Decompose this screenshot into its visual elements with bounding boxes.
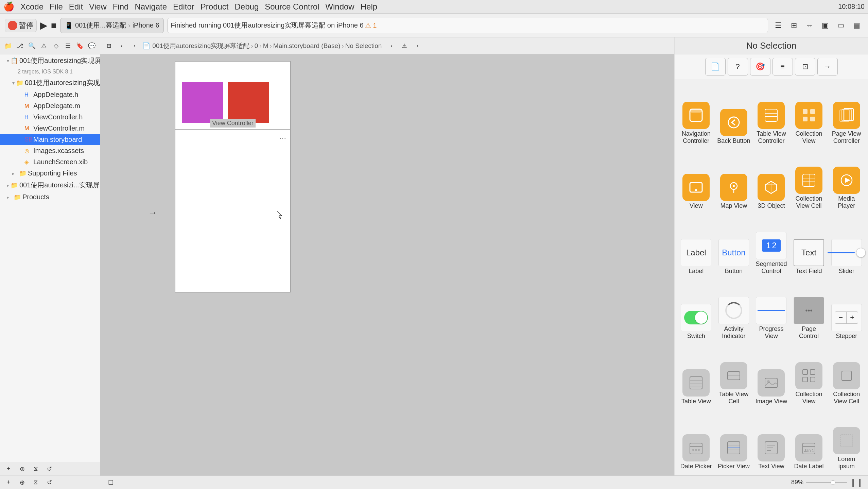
view-controller-main[interactable]: ⋯	[175, 129, 291, 292]
filter2-button[interactable]: ⊕	[16, 477, 28, 488]
hierarchy2-button[interactable]: ↺	[44, 477, 55, 488]
navigator-toggle[interactable]: ▣	[818, 19, 832, 32]
file-launchscreen-xib[interactable]: ▸ ◈ LaunchScreen.xib	[0, 156, 100, 168]
editor-standard-button[interactable]: ☰	[771, 19, 785, 32]
debug-toggle[interactable]: ▭	[834, 19, 848, 32]
obj-back-button[interactable]: Back Button	[716, 83, 752, 147]
hierarchy-button[interactable]: ↺	[44, 463, 55, 475]
zoom-slider[interactable]	[806, 482, 847, 483]
project-root[interactable]: ▾ 📋 001使用autoresizing实现屏幕适配	[0, 54, 100, 67]
file-main-storyboard[interactable]: ▸ SB Main.storyboard	[0, 134, 100, 145]
obj-collection-view-cell[interactable]: Collection View Cell	[828, 343, 865, 407]
red-view[interactable]	[228, 82, 269, 123]
canvas-toggle[interactable]: ☐	[105, 477, 117, 488]
breadcrumb-forward[interactable]: ›	[129, 41, 140, 51]
breadcrumb-nav-forward[interactable]: ›	[412, 41, 422, 51]
inspector-toggle[interactable]: ▤	[850, 19, 863, 32]
filter-button[interactable]: ⊕	[16, 463, 28, 475]
recent2-button[interactable]: ⧖	[30, 477, 41, 488]
test-icon[interactable]: ◇	[51, 40, 61, 52]
menu-source-control[interactable]: Source Control	[265, 2, 319, 12]
add-button[interactable]: +	[3, 477, 14, 488]
group-products[interactable]: ▸ 📁 Products	[0, 191, 100, 203]
menu-editor[interactable]: Editor	[173, 2, 194, 12]
quick-help-tab[interactable]: ?	[728, 58, 748, 75]
play-button[interactable]: ▶	[40, 20, 48, 31]
obj-date-label[interactable]: Jan 1 Date Label	[791, 408, 827, 472]
obj-text-field[interactable]: Text Text Field	[791, 213, 827, 277]
obj-tableview-controller[interactable]: Table View Controller	[753, 83, 789, 147]
obj-page-view-controller[interactable]: Page View Controller	[828, 83, 865, 147]
obj-collection-view[interactable]: Collection View	[791, 83, 827, 147]
breadcrumb-m[interactable]: M	[263, 42, 268, 50]
debug-icon[interactable]: ☰	[63, 40, 73, 52]
file-appdelegate-m[interactable]: ▸ M AppDelegate.m	[0, 100, 100, 112]
group-supporting-files[interactable]: ▸ 📁 Supporting Files	[0, 168, 100, 179]
pause-btn[interactable]: ❙❙	[850, 478, 863, 487]
stop-button[interactable]: 暂停	[5, 19, 37, 32]
attributes-inspector-tab[interactable]: ≡	[772, 58, 793, 75]
file-viewcontroller-h[interactable]: ▸ H ViewController.h	[0, 112, 100, 123]
breadcrumb-warning-icon[interactable]: ⚠	[399, 41, 410, 51]
purple-view[interactable]	[182, 82, 223, 123]
menu-product[interactable]: Product	[201, 2, 229, 12]
menu-file[interactable]: File	[50, 2, 63, 12]
breakpoint-icon[interactable]: 🔖	[75, 40, 85, 52]
file-images-xcassets[interactable]: ▸ ◎ Images.xcassets	[0, 145, 100, 156]
breadcrumb-storyboard-base[interactable]: Main.storyboard (Base)	[273, 42, 340, 50]
search-icon[interactable]: 🔍	[27, 40, 37, 52]
obj-placeholder[interactable]: Lorem ipsum	[828, 408, 865, 472]
breadcrumb-project[interactable]: 📄 001使用autoresizing实现屏幕适配	[142, 41, 249, 50]
obj-activity-indicator[interactable]: Activity Indicator	[716, 278, 752, 342]
grid-view-toggle[interactable]: ⊞	[104, 41, 114, 51]
obj-navigation-controller[interactable]: Navigation Controller	[678, 83, 714, 147]
source-control-icon[interactable]: ⎇	[15, 40, 25, 52]
add-file-button[interactable]: +	[3, 463, 14, 475]
menu-view[interactable]: View	[89, 2, 107, 12]
obj-label[interactable]: Label Label	[678, 213, 714, 277]
obj-collection-view-2[interactable]: Collection View	[791, 343, 827, 407]
group-main[interactable]: ▾ 📁 001使用autoresizing实现屏幕适配	[0, 77, 100, 89]
group-tests[interactable]: ▸ 📁 001使用autoresizi...实现屏幕适配Tests	[0, 179, 100, 191]
obj-slider[interactable]: Slider	[828, 213, 865, 277]
recent-button[interactable]: ⧖	[30, 463, 41, 475]
identity-inspector-tab[interactable]: 🎯	[750, 58, 770, 75]
breadcrumb-0[interactable]: 0	[255, 42, 258, 50]
obj-page-control[interactable]: ••• Page Control	[791, 278, 827, 342]
connections-inspector-tab[interactable]: →	[817, 58, 838, 75]
scheme-selector[interactable]: 📱 001使用...幕适配 › iPhone 6	[60, 18, 164, 33]
obj-image-view[interactable]: Image View	[753, 343, 789, 407]
file-inspector-tab[interactable]: 📄	[705, 58, 726, 75]
menu-window[interactable]: Window	[325, 2, 354, 12]
apple-menu[interactable]: 🍎	[3, 1, 14, 12]
warning-icon[interactable]: ⚠	[39, 40, 49, 52]
menu-navigate[interactable]: Navigate	[135, 2, 167, 12]
obj-button[interactable]: Button Button	[716, 213, 752, 277]
menu-edit[interactable]: Edit	[69, 2, 83, 12]
obj-stepper[interactable]: − + Stepper	[828, 278, 865, 342]
folder-icon[interactable]: 📁	[3, 40, 13, 52]
obj-table-view[interactable]: Table View	[678, 343, 714, 407]
obj-text-view[interactable]: Text View	[753, 408, 789, 472]
obj-progress-view[interactable]: Progress View	[753, 278, 789, 342]
storyboard-canvas-area[interactable]: View Controller ⋯ →	[100, 54, 674, 475]
size-inspector-tab[interactable]: ⊡	[795, 58, 815, 75]
menu-debug[interactable]: Debug	[235, 2, 259, 12]
square-stop-button[interactable]: ■	[51, 20, 57, 31]
breadcrumb-back[interactable]: ‹	[117, 41, 127, 51]
breadcrumb-no-selection[interactable]: No Selection	[345, 42, 382, 50]
report-icon[interactable]: 💬	[87, 40, 97, 52]
obj-collection-cell[interactable]: Collection View Cell	[791, 148, 827, 212]
obj-map-view[interactable]: Map View	[716, 148, 752, 212]
obj-media-player[interactable]: Media Player	[828, 148, 865, 212]
obj-switch[interactable]: Switch	[678, 278, 714, 342]
warning-badge[interactable]: ⚠ 1	[365, 21, 377, 30]
menu-xcode[interactable]: Xcode	[20, 2, 44, 12]
obj-picker-view[interactable]: Picker View	[716, 408, 752, 472]
menu-help[interactable]: Help	[361, 2, 377, 12]
editor-version-button[interactable]: ↔	[803, 19, 816, 32]
obj-3d-object[interactable]: 3D Object	[753, 148, 789, 212]
obj-date-picker[interactable]: Date Picker	[678, 408, 714, 472]
obj-table-view-cell[interactable]: Table View Cell	[716, 343, 752, 407]
obj-view[interactable]: View	[678, 148, 714, 212]
